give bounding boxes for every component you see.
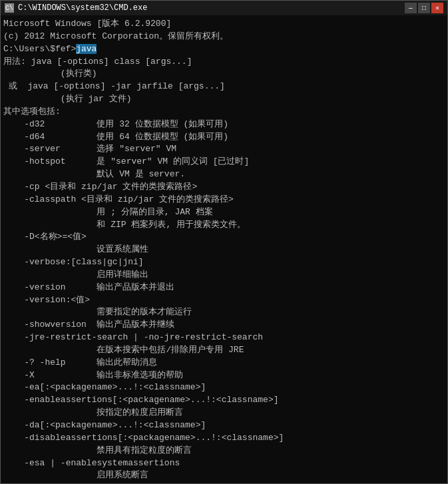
console-output[interactable]: Microsoft Windows [版本 6.2.9200](c) 2012 …: [1, 15, 447, 483]
console-line: -ea[:<packagename>...!:<classname>]: [3, 381, 443, 394]
console-line: 启用系统断言: [3, 469, 443, 482]
console-line: -X 输出非标准选项的帮助: [3, 369, 443, 382]
console-line: -showversion 输出产品版本并继续: [3, 319, 443, 332]
console-line: 用 ; 分隔的目录, JAR 档案: [3, 206, 443, 219]
console-line: Microsoft Windows [版本 6.2.9200]: [3, 18, 443, 31]
title-bar: C\ C:\WINDOWS\system32\CMD.exe — □ ✕: [1, 1, 447, 15]
console-line: 其中选项包括:: [3, 106, 443, 119]
console-line: -cp <目录和 zip/jar 文件的类搜索路径>: [3, 181, 443, 194]
console-line: -D<名称>=<值>: [3, 231, 443, 244]
console-line: 禁用具有指定粒度的断言: [3, 445, 443, 457]
highlighted-command: java: [76, 44, 97, 54]
console-line: 需要指定的版本才能运行: [3, 306, 443, 319]
console-line: 和 ZIP 档案列表, 用于搜索类文件。: [3, 219, 443, 232]
console-line: (c) 2012 Microsoft Corporation。保留所有权利。: [3, 31, 443, 43]
console-line: C:\Users\$fef>java: [3, 43, 443, 56]
minimize-button[interactable]: —: [405, 3, 417, 13]
console-line: -disableassertions[:<packagename>...!:<c…: [3, 432, 443, 445]
console-line: 用法: java [-options] class [args...]: [3, 56, 443, 69]
console-line: 按指定的粒度启用断言: [3, 407, 443, 419]
console-line: -hotspot 是 "server" VM 的同义词 [已过时]: [3, 156, 443, 168]
console-line: -enableassertions[:<packagename>...!:<cl…: [3, 394, 443, 407]
console-line: -d64 使用 64 位数据模型 (如果可用): [3, 131, 443, 144]
maximize-button[interactable]: □: [418, 3, 430, 13]
console-line: -version:<值>: [3, 294, 443, 307]
console-line: 默认 VM 是 server.: [3, 168, 443, 181]
cmd-window: C\ C:\WINDOWS\system32\CMD.exe — □ ✕ Mic…: [0, 0, 448, 484]
console-line: 设置系统属性: [3, 244, 443, 256]
console-line: -dsa | -disablesystemassertions: [3, 482, 443, 483]
console-line: -d32 使用 32 位数据模型 (如果可用): [3, 119, 443, 131]
console-line: -esa | -enablesystemassertions: [3, 457, 443, 470]
close-button[interactable]: ✕: [431, 3, 443, 13]
window-title: C:\WINDOWS\system32\CMD.exe: [18, 3, 147, 13]
console-line: -jre-restrict-search | -no-jre-restrict-…: [3, 332, 443, 344]
console-line: (执行类): [3, 68, 443, 81]
console-line: -da[:<packagename>...!:<classname>]: [3, 419, 443, 432]
title-bar-left: C\ C:\WINDOWS\system32\CMD.exe: [5, 3, 147, 13]
console-line: -server 选择 "server" VM: [3, 143, 443, 156]
cmd-icon: C\: [5, 3, 14, 13]
title-bar-controls: — □ ✕: [405, 3, 443, 13]
console-line: -? -help 输出此帮助消息: [3, 357, 443, 369]
console-line: 在版本搜索中包括/排除用户专用 JRE: [3, 344, 443, 357]
console-line: 或 java [-options] -jar jarfile [args...]: [3, 81, 443, 93]
console-line: -classpath <目录和 zip/jar 文件的类搜索路径>: [3, 194, 443, 206]
console-line: 启用详细输出: [3, 269, 443, 282]
console-line: -version 输出产品版本并退出: [3, 282, 443, 294]
console-line: (执行 jar 文件): [3, 93, 443, 106]
console-line: -verbose:[class|gc|jni]: [3, 256, 443, 269]
